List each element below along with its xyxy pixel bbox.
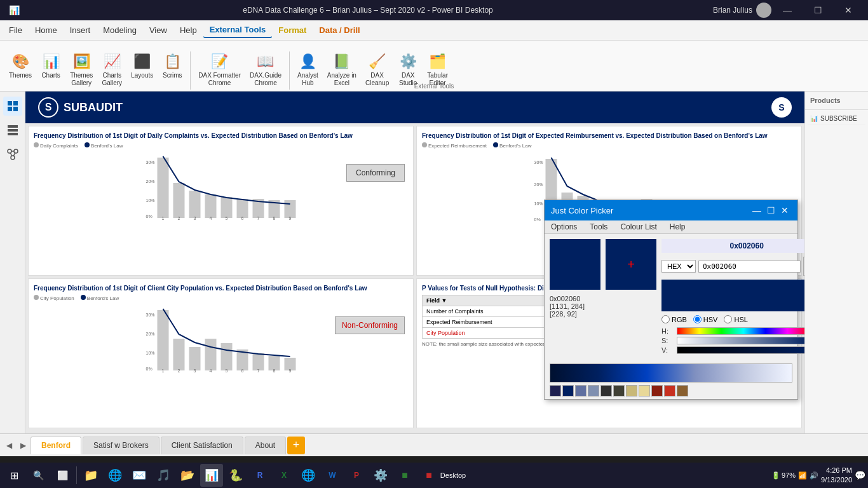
- cp-swatch-3[interactable]: [575, 385, 587, 396]
- minimize-btn[interactable]: —: [773, 0, 802, 20]
- ribbon-charts[interactable]: 📊 Charts: [37, 49, 65, 90]
- svg-rect-67: [221, 343, 233, 370]
- cp-swatch-4[interactable]: [588, 385, 599, 396]
- scrims-icon: 📋: [162, 51, 182, 72]
- cp-menu-options[interactable]: Options: [545, 220, 583, 233]
- taskbar-python-btn[interactable]: 🐍: [224, 464, 247, 487]
- tab-satisf-brokers[interactable]: Satisf w Brokers: [83, 437, 159, 454]
- tab-about[interactable]: About: [245, 437, 286, 454]
- cp-menu-bar: Options Tools Colour List Help: [545, 220, 797, 234]
- taskbar-ppt-btn[interactable]: P: [345, 464, 368, 487]
- taskbar-chrome-btn[interactable]: 🌐: [104, 464, 126, 487]
- cp-copy-btn[interactable]: Copy Value: [803, 257, 804, 276]
- cp-maximize-btn[interactable]: ☐: [764, 204, 777, 217]
- taskbar-explorer-btn[interactable]: 📁: [79, 464, 102, 487]
- taskbar-word-btn[interactable]: W: [321, 464, 344, 487]
- menu-home[interactable]: Home: [29, 23, 64, 37]
- taskbar-file-btn[interactable]: 📂: [176, 464, 199, 487]
- cp-swatch-8[interactable]: [639, 385, 650, 396]
- cp-swatch-5[interactable]: [600, 385, 612, 396]
- ribbon-scrims[interactable]: 📋 Scrims: [158, 49, 186, 90]
- menu-help[interactable]: Help: [173, 23, 203, 37]
- cp-swatch-1[interactable]: [550, 385, 561, 396]
- taskbar-r-btn[interactable]: R: [248, 464, 271, 487]
- tab-prev-btn[interactable]: ◀: [3, 437, 15, 454]
- ribbon-themes-gallery[interactable]: 🖼️ ThemesGallery: [66, 49, 97, 90]
- themes-icon: 🎨: [10, 51, 31, 72]
- search-btn[interactable]: 🔍: [27, 464, 50, 487]
- chart1-area: 30% 20% 10% 0%: [34, 151, 408, 223]
- svg-text:6: 6: [241, 216, 244, 220]
- cp-menu-colour-list[interactable]: Colour List: [614, 220, 663, 233]
- cp-close-btn[interactable]: ✕: [778, 204, 791, 217]
- cp-swatch-7[interactable]: [626, 385, 637, 396]
- layouts-label: Layouts: [131, 72, 153, 79]
- cp-swatch-10[interactable]: [664, 385, 675, 396]
- menu-modeling[interactable]: Modeling: [97, 23, 143, 37]
- cp-v-slider[interactable]: [677, 346, 804, 354]
- maximize-btn[interactable]: ☐: [803, 0, 832, 20]
- svg-text:7: 7: [257, 216, 260, 220]
- start-btn[interactable]: ⊞: [3, 464, 25, 487]
- cp-gradient-bar[interactable]: [550, 363, 792, 383]
- menu-file[interactable]: File: [3, 23, 29, 37]
- ribbon-analyze-excel[interactable]: 📗 Analyze inExcel: [323, 49, 360, 90]
- ribbon-themes[interactable]: 🎨 Themes: [5, 49, 36, 90]
- task-view-btn[interactable]: ⬜: [51, 464, 74, 487]
- menu-format[interactable]: Format: [272, 23, 313, 37]
- ribbon-charts-gallery[interactable]: 📈 ChartsGallery: [98, 49, 126, 90]
- close-btn[interactable]: ✕: [834, 0, 863, 20]
- svg-rect-6: [8, 133, 18, 135]
- sidebar-model-icon[interactable]: [3, 145, 22, 164]
- sidebar-table-icon[interactable]: [3, 121, 22, 140]
- ribbon-layouts[interactable]: ⬛ Layouts: [127, 49, 157, 90]
- taskbar-mail-btn[interactable]: ✉️: [128, 464, 151, 487]
- menu-insert[interactable]: Insert: [64, 23, 97, 37]
- taskbar-powerbi-btn[interactable]: 📊: [200, 464, 223, 487]
- tab-next-btn[interactable]: ▶: [17, 437, 29, 454]
- cp-h-slider[interactable]: [677, 327, 804, 335]
- cp-format-select[interactable]: HEX RGB HSV: [661, 260, 696, 273]
- window-icon: 📊: [5, 1, 23, 19]
- menu-view[interactable]: View: [143, 23, 173, 37]
- taskbar-media-btn[interactable]: 🎵: [152, 464, 175, 487]
- cp-color-display-top: 0x002060: [661, 239, 804, 253]
- cp-minimize-btn[interactable]: —: [750, 204, 763, 217]
- ribbon-analyst-hub[interactable]: 👤 AnalystHub: [294, 49, 322, 90]
- cp-menu-tools[interactable]: Tools: [583, 220, 614, 233]
- tab-client-satisfaction[interactable]: Client Satisfaction: [161, 437, 243, 454]
- taskbar-red-btn[interactable]: ■: [417, 464, 440, 487]
- cp-swatch-11[interactable]: [677, 385, 688, 396]
- svg-text:5: 5: [226, 369, 228, 373]
- ribbon-dax-guide[interactable]: 📖 DAX.GuideChrome: [246, 49, 285, 90]
- ribbon-dax-cleanup[interactable]: 🧹 DAXCleanup: [362, 49, 393, 90]
- clock[interactable]: 4:26 PM 9/13/2020: [821, 466, 852, 485]
- cp-swatch-9[interactable]: [651, 385, 663, 396]
- svg-rect-69: [253, 353, 264, 370]
- cp-radio-hsl[interactable]: HSL: [724, 315, 747, 323]
- svg-text:2: 2: [178, 216, 180, 220]
- ribbon-dax-formatter[interactable]: 📝 DAX FormatterChrome: [194, 49, 245, 90]
- taskbar-green-btn[interactable]: ■: [393, 464, 416, 487]
- taskbar-desktop-btn[interactable]: Desktop: [442, 464, 465, 487]
- sidebar-report-icon[interactable]: [3, 97, 22, 116]
- taskbar-edge-btn[interactable]: 🌐: [297, 464, 320, 487]
- analyze-excel-icon: 📗: [332, 51, 352, 72]
- dax-formatter-label: DAX FormatterChrome: [198, 72, 241, 87]
- tab-benford[interactable]: Benford: [31, 437, 81, 454]
- chart3-svg: 30% 20% 10% 0%: [34, 304, 408, 374]
- cp-swatch-6[interactable]: [613, 385, 625, 396]
- cp-radio-hsv[interactable]: HSV: [693, 315, 718, 323]
- cp-radio-rgb[interactable]: RGB: [661, 315, 687, 323]
- menu-data-drill[interactable]: Data / Drill: [313, 23, 366, 37]
- charts-icon: 📊: [41, 51, 61, 72]
- cp-hex-input[interactable]: [698, 261, 801, 273]
- taskbar-settings-btn[interactable]: ⚙️: [369, 464, 392, 487]
- tab-add-btn[interactable]: +: [287, 437, 305, 454]
- cp-s-slider[interactable]: [677, 337, 804, 344]
- cp-menu-help[interactable]: Help: [663, 220, 692, 233]
- menu-external-tools[interactable]: External Tools: [203, 22, 273, 38]
- cp-swatch-2[interactable]: [562, 385, 574, 396]
- notification-btn[interactable]: 💬: [855, 470, 865, 480]
- taskbar-excel-btn[interactable]: X: [273, 464, 295, 487]
